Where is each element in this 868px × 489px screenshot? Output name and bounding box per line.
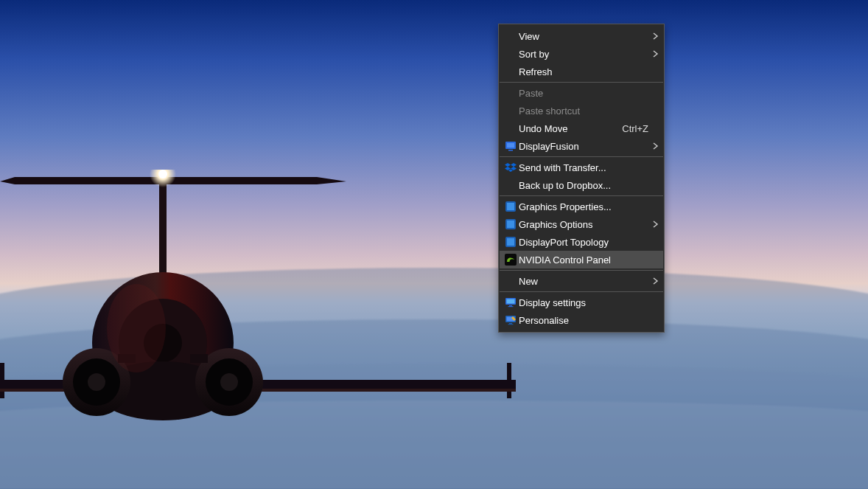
svg-marker-26 xyxy=(505,163,511,167)
menu-item-graphics-options[interactable]: Graphics Options xyxy=(500,215,663,233)
svg-point-10 xyxy=(92,272,234,414)
svg-point-9 xyxy=(158,170,167,178)
svg-point-19 xyxy=(220,373,238,391)
blank-icon xyxy=(503,105,519,117)
displayfusion-icon xyxy=(503,140,519,152)
svg-rect-25 xyxy=(508,150,513,151)
display-settings-icon xyxy=(503,296,519,308)
menu-item-new[interactable]: New xyxy=(500,272,663,290)
svg-point-14 xyxy=(63,348,130,416)
svg-rect-1 xyxy=(0,363,4,398)
svg-marker-30 xyxy=(508,170,513,173)
menu-item-label: Paste shortcut xyxy=(519,105,648,117)
menu-item-label: Paste xyxy=(519,88,648,99)
desktop-context-menu: View Sort by Refresh Paste Paste shortcu… xyxy=(498,24,665,333)
svg-rect-0 xyxy=(0,380,516,390)
menu-item-label: Send with Transfer... xyxy=(519,162,648,173)
svg-rect-40 xyxy=(509,305,512,306)
svg-rect-41 xyxy=(508,306,514,307)
menu-item-label: New xyxy=(519,276,648,287)
menu-item-label: Back up to Dropbox... xyxy=(519,180,648,191)
svg-point-11 xyxy=(119,299,207,387)
svg-rect-45 xyxy=(508,324,514,325)
svg-marker-6 xyxy=(0,177,15,184)
intel-graphics-icon xyxy=(503,218,519,230)
intel-graphics-icon xyxy=(503,236,519,248)
svg-rect-5 xyxy=(15,177,317,184)
chevron-right-icon xyxy=(648,32,659,40)
chevron-right-icon xyxy=(648,277,659,285)
svg-rect-37 xyxy=(505,254,517,266)
menu-item-label: NVIDIA Control Panel xyxy=(519,254,648,266)
svg-point-17 xyxy=(195,348,263,416)
intel-graphics-icon xyxy=(503,201,519,212)
menu-item-sort-by[interactable]: Sort by xyxy=(500,45,663,63)
chevron-right-icon xyxy=(648,50,659,58)
menu-item-label: Undo Move xyxy=(519,123,616,134)
svg-rect-4 xyxy=(159,170,167,325)
blank-icon xyxy=(503,87,519,99)
menu-item-label: Refresh xyxy=(519,66,648,77)
menu-item-label: Graphics Options xyxy=(519,219,648,230)
menu-item-label: Graphics Properties... xyxy=(519,201,648,212)
svg-point-13 xyxy=(97,361,229,420)
svg-rect-44 xyxy=(509,323,512,324)
svg-point-12 xyxy=(144,324,182,362)
menu-item-label: DisplayFusion xyxy=(519,141,648,152)
menu-item-label: Sort by xyxy=(519,49,648,60)
svg-rect-34 xyxy=(507,221,514,228)
svg-rect-36 xyxy=(507,238,514,246)
menu-item-send-with-transfer[interactable]: Send with Transfer... xyxy=(500,159,663,176)
menu-item-label: Personalise xyxy=(519,315,648,326)
nvidia-icon xyxy=(503,254,519,266)
menu-item-refresh[interactable]: Refresh xyxy=(500,63,663,80)
menu-item-paste: Paste xyxy=(500,84,663,102)
svg-rect-20 xyxy=(118,354,136,363)
blank-icon xyxy=(503,122,519,134)
menu-item-shortcut: Ctrl+Z xyxy=(622,123,648,134)
svg-point-16 xyxy=(88,373,105,391)
menu-item-nvidia-control-panel[interactable]: NVIDIA Control Panel xyxy=(500,251,663,268)
svg-point-15 xyxy=(73,358,120,406)
menu-item-undo-move[interactable]: Undo Move Ctrl+Z xyxy=(500,119,663,137)
svg-rect-3 xyxy=(0,389,516,392)
menu-item-view[interactable]: View xyxy=(500,27,663,45)
menu-item-label: View xyxy=(519,31,648,42)
svg-rect-39 xyxy=(507,299,515,304)
svg-point-18 xyxy=(206,358,253,406)
dropbox-icon xyxy=(503,162,519,173)
svg-rect-24 xyxy=(507,143,514,148)
menu-item-graphics-properties[interactable]: Graphics Properties... xyxy=(500,198,663,215)
svg-marker-27 xyxy=(511,163,517,167)
svg-rect-32 xyxy=(507,203,514,210)
svg-point-8 xyxy=(150,170,176,187)
wallpaper-airplane xyxy=(0,170,516,487)
wallpaper-mountains xyxy=(0,297,868,489)
personalise-icon xyxy=(503,314,519,326)
chevron-right-icon xyxy=(648,142,659,150)
blank-icon xyxy=(503,66,519,77)
menu-item-back-up-dropbox[interactable]: Back up to Dropbox... xyxy=(500,176,663,194)
menu-item-label: DisplayPort Topology xyxy=(519,237,648,248)
menu-item-label: Display settings xyxy=(519,297,648,308)
menu-item-display-settings[interactable]: Display settings xyxy=(500,294,663,311)
blank-icon xyxy=(503,48,519,60)
blank-icon xyxy=(503,179,519,191)
chevron-right-icon xyxy=(648,221,659,228)
menu-item-displayport-topology[interactable]: DisplayPort Topology xyxy=(500,233,663,251)
menu-item-personalise[interactable]: Personalise xyxy=(500,311,663,329)
svg-rect-2 xyxy=(507,363,511,398)
svg-rect-21 xyxy=(190,354,208,363)
menu-item-paste-shortcut: Paste shortcut xyxy=(500,102,663,119)
blank-icon xyxy=(503,30,519,42)
desktop-wallpaper[interactable] xyxy=(0,0,868,489)
svg-point-22 xyxy=(107,284,166,372)
svg-marker-7 xyxy=(317,177,346,184)
blank-icon xyxy=(503,275,519,287)
menu-item-displayfusion[interactable]: DisplayFusion xyxy=(500,137,663,155)
